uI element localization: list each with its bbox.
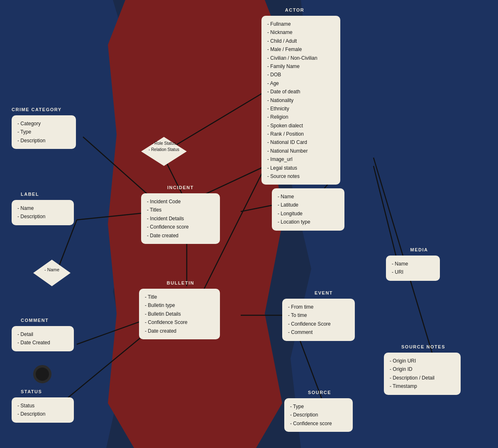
media-field-2: - URI bbox=[392, 268, 434, 276]
actor-field-16: - National Number bbox=[267, 147, 334, 155]
incident-field-1: - Incident Code bbox=[147, 197, 214, 206]
actor-field-15: - National ID Card bbox=[267, 138, 334, 146]
actor-field-19: - Source notes bbox=[267, 172, 334, 180]
location-field-2: - Latitude bbox=[278, 201, 339, 209]
media-box: - Name - URI bbox=[386, 256, 440, 281]
event-field-2: - To time bbox=[288, 311, 349, 319]
actor-fields: - Fullname - Nickname - Child / Adult - … bbox=[267, 20, 334, 180]
status-field-1: - Status bbox=[17, 402, 68, 410]
comment-field-2: - Date Created bbox=[17, 338, 68, 347]
actor-field-9: - Date of death bbox=[267, 88, 334, 96]
incident-field-5: - Date created bbox=[147, 231, 214, 240]
comment-field-1: - Detail bbox=[17, 330, 68, 338]
actor-field-14: - Rank / Position bbox=[267, 130, 334, 138]
crime-category-field-3: - Description bbox=[17, 136, 70, 145]
bulletin-field-5: - Date created bbox=[145, 327, 214, 335]
location-box: - Name - Latitude - Longitude - Location… bbox=[272, 188, 344, 231]
actor-field-13: - Spoken dialect bbox=[267, 122, 334, 130]
crime-category-box: - Category - Type - Description bbox=[12, 115, 76, 149]
event-field-3: - Confidence Score bbox=[288, 320, 349, 328]
label-entity-fields: - Name - Description bbox=[17, 204, 68, 221]
source-notes-field-3: - Description / Detail bbox=[390, 374, 455, 382]
label-entity-label: LABEL bbox=[21, 192, 62, 197]
actor-box: - Fullname - Nickname - Child / Adult - … bbox=[261, 16, 340, 185]
actor-field-5: - Civilian / Non-Civilian bbox=[267, 54, 334, 62]
actor-field-2: - Nickname bbox=[267, 28, 334, 37]
event-box: - From time - To time - Confidence Score… bbox=[282, 299, 355, 341]
source-field-3: - Confidence score bbox=[290, 419, 347, 428]
source-notes-label: SOURCE NOTES bbox=[388, 344, 459, 349]
location-field-3: - Longitude bbox=[278, 209, 339, 218]
actor-field-18: - Legal status bbox=[267, 164, 334, 172]
crime-category-label: CRIME CATEGORY bbox=[12, 107, 82, 112]
crime-category-fields: - Category - Type - Description bbox=[17, 119, 70, 145]
bulletin-field-3: - Bulletin Details bbox=[145, 310, 214, 318]
incident-label: INCIDENT bbox=[147, 185, 214, 190]
source-notes-field-1: - Origin URI bbox=[390, 357, 455, 365]
incident-fields: - Incident Code - Titles - Incident Deta… bbox=[147, 197, 214, 240]
incident-box: - Incident Code - Titles - Incident Deta… bbox=[141, 193, 220, 244]
source-label: SOURCE bbox=[290, 390, 349, 395]
status-field-2: - Description bbox=[17, 410, 68, 418]
actor-field-1: - Fullname bbox=[267, 20, 334, 28]
diamond-name bbox=[33, 260, 71, 286]
actor-field-7: - DOB bbox=[267, 71, 334, 79]
media-label: MEDIA bbox=[390, 247, 448, 252]
crime-category-field-1: - Category bbox=[17, 119, 70, 128]
incident-field-3: - Incident Details bbox=[147, 214, 214, 223]
source-box: - Type - Description - Confidence score bbox=[284, 398, 353, 432]
comment-box: - Detail - Date Created bbox=[12, 326, 74, 351]
bulletin-field-2: - Bulletin type bbox=[145, 301, 214, 309]
actor-label: ACTOR bbox=[261, 7, 328, 12]
location-label: LOCATION bbox=[282, 180, 349, 185]
source-notes-field-4: - Timestamp bbox=[390, 382, 455, 390]
source-notes-box: - Origin URI - Origin ID - Description /… bbox=[384, 353, 461, 395]
actor-field-4: - Male / Female bbox=[267, 45, 334, 54]
actor-field-11: - Ethnicity bbox=[267, 105, 334, 113]
actor-field-8: - Age bbox=[267, 79, 334, 88]
source-notes-fields: - Origin URI - Origin ID - Description /… bbox=[390, 357, 455, 391]
location-field-4: - Location type bbox=[278, 218, 339, 226]
source-notes-field-2: - Origin ID bbox=[390, 365, 455, 373]
actor-field-10: - Nationality bbox=[267, 96, 334, 105]
location-field-1: - Name bbox=[278, 192, 339, 201]
event-label: EVENT bbox=[290, 290, 357, 295]
bulletin-box: - Title - Bulletin type - Bulletin Detai… bbox=[139, 289, 220, 339]
label-field-1: - Name bbox=[17, 204, 68, 212]
actor-field-3: - Child / Adult bbox=[267, 37, 334, 45]
diamond-name-wrapper: - Name bbox=[33, 260, 71, 286]
comment-fields: - Detail - Date Created bbox=[17, 330, 68, 347]
event-field-4: - Comment bbox=[288, 328, 349, 336]
media-field-1: - Name bbox=[392, 260, 434, 268]
diamond-role-relation-wrapper: - Role Status- Relation Status bbox=[141, 137, 187, 166]
diamond-name-text: - Name bbox=[33, 267, 71, 272]
source-field-1: - Type bbox=[290, 402, 347, 411]
bulletin-field-1: - Title bbox=[145, 293, 214, 301]
diamond-role-relation-text: - Role Status- Relation Status bbox=[143, 140, 185, 153]
actor-field-17: - Image_url bbox=[267, 155, 334, 163]
status-label: STATUS bbox=[21, 389, 62, 394]
event-fields: - From time - To time - Confidence Score… bbox=[288, 303, 349, 337]
comment-label: COMMENT bbox=[21, 318, 62, 323]
label-entity-box: - Name - Description bbox=[12, 200, 74, 225]
status-box: - Status - Description bbox=[12, 397, 74, 423]
diagram-container: ACTOR - Fullname - Nickname - Child / Ad… bbox=[0, 0, 498, 448]
incident-field-4: - Confidence score bbox=[147, 223, 214, 231]
source-fields: - Type - Description - Confidence score bbox=[290, 402, 347, 428]
source-field-2: - Description bbox=[290, 411, 347, 419]
bulletin-field-4: - Confidence Score bbox=[145, 318, 214, 326]
bulletin-label: BULLETIN bbox=[147, 280, 214, 285]
bulletin-fields: - Title - Bulletin type - Bulletin Detai… bbox=[145, 293, 214, 335]
gear-decoration bbox=[33, 365, 51, 383]
actor-field-6: - Family Name bbox=[267, 62, 334, 71]
event-field-1: - From time bbox=[288, 303, 349, 311]
status-fields: - Status - Description bbox=[17, 402, 68, 419]
incident-field-2: - Titles bbox=[147, 206, 214, 214]
label-field-2: - Description bbox=[17, 212, 68, 221]
crime-category-field-2: - Type bbox=[17, 128, 70, 136]
location-fields: - Name - Latitude - Longitude - Location… bbox=[278, 192, 339, 226]
actor-field-12: - Religion bbox=[267, 113, 334, 121]
media-fields: - Name - URI bbox=[392, 260, 434, 277]
